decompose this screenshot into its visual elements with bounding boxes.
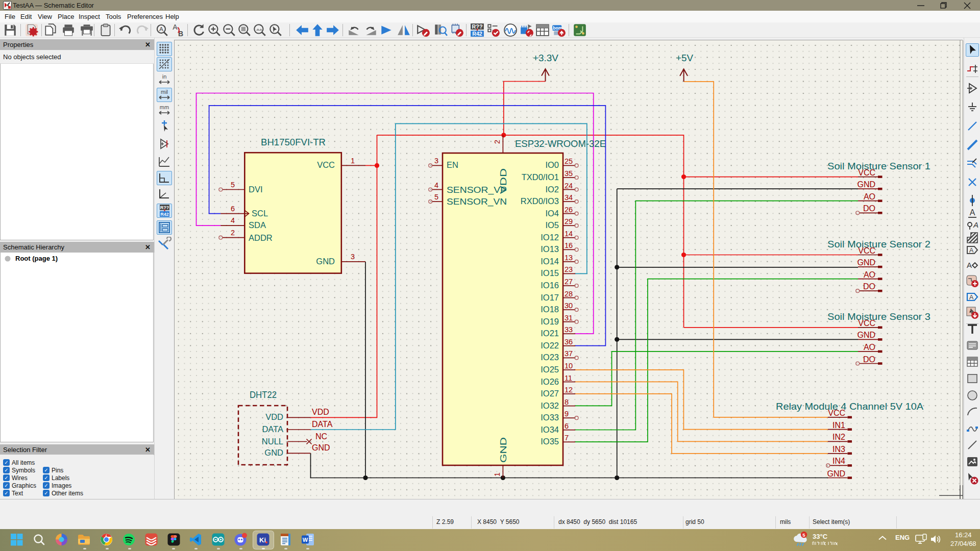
svg-text:12: 12 [565, 386, 573, 394]
svg-text:24: 24 [565, 182, 573, 190]
svg-text:SENSOR_VP: SENSOR_VP [447, 185, 507, 195]
svg-text:DVI: DVI [249, 185, 263, 194]
svg-text:5: 5 [802, 532, 805, 538]
svg-text:4: 4 [434, 181, 438, 189]
svg-text:GND: GND [857, 180, 875, 189]
svg-text:RXD0/IO3: RXD0/IO3 [521, 196, 559, 206]
svg-text:Ki: Ki [259, 536, 266, 544]
svg-text:EN: EN [447, 160, 458, 169]
svg-text:AO: AO [864, 343, 875, 352]
svg-text:IO2: IO2 [545, 185, 559, 194]
svg-text:A: A [969, 246, 974, 254]
svg-text:IN4: IN4 [832, 457, 845, 465]
svg-text:A: A [970, 208, 975, 217]
svg-text:DO: DO [863, 355, 875, 364]
svg-text:13: 13 [565, 254, 573, 262]
svg-text:GND: GND [857, 331, 875, 339]
svg-text:+5V: +5V [676, 53, 693, 63]
svg-text:VCC: VCC [317, 160, 335, 169]
svg-text:DHT22: DHT22 [250, 389, 277, 400]
svg-text:IO13: IO13 [541, 244, 559, 254]
svg-text:33: 33 [565, 325, 573, 334]
svg-text:IO4: IO4 [545, 209, 559, 218]
svg-text:25: 25 [565, 157, 573, 165]
svg-text:10: 10 [565, 362, 573, 370]
svg-text:DO: DO [863, 204, 875, 213]
svg-text:2: 2 [231, 229, 235, 237]
svg-text:mil: mil [161, 89, 168, 95]
svg-text:A: A [969, 293, 974, 301]
svg-text:IN3: IN3 [832, 445, 845, 454]
svg-text:16: 16 [565, 241, 573, 249]
svg-text:R42: R42 [160, 212, 169, 217]
svg-text:ADDR: ADDR [249, 233, 273, 242]
svg-text:IO26: IO26 [541, 377, 559, 386]
svg-text:DATA: DATA [312, 420, 333, 429]
svg-text:29: 29 [565, 217, 573, 226]
svg-text:BH1750FVI-TR: BH1750FVI-TR [261, 137, 326, 147]
svg-text:GND: GND [312, 443, 330, 452]
svg-text:SCL: SCL [252, 209, 268, 218]
svg-text:DATA: DATA [262, 424, 283, 434]
svg-text:36: 36 [565, 338, 573, 346]
svg-text:26: 26 [565, 206, 573, 214]
svg-text:NULL: NULL [262, 437, 283, 446]
svg-text:NC: NC [315, 432, 327, 441]
svg-text:R42: R42 [472, 31, 482, 37]
svg-text:VDD: VDD [499, 168, 508, 194]
svg-text:GND: GND [264, 448, 283, 457]
svg-text:SDA: SDA [249, 220, 266, 230]
svg-text:GND: GND [316, 257, 335, 266]
svg-text:AO: AO [864, 192, 875, 201]
svg-text:9: 9 [565, 410, 569, 418]
svg-text:GND: GND [827, 469, 845, 478]
svg-text:VDD: VDD [265, 412, 283, 421]
svg-text:3: 3 [351, 253, 355, 261]
svg-text:27: 27 [565, 278, 573, 286]
svg-text:1: 1 [493, 472, 501, 477]
svg-text:IO0: IO0 [545, 160, 559, 169]
svg-text:Soil Moisture Sensor 2: Soil Moisture Sensor 2 [827, 239, 930, 249]
svg-text:IO12: IO12 [541, 233, 559, 242]
svg-text:6: 6 [565, 422, 569, 430]
svg-text:A: A [967, 261, 972, 269]
svg-text:5: 5 [434, 193, 438, 201]
svg-text:1: 1 [351, 157, 355, 165]
svg-text:IN2: IN2 [832, 433, 845, 441]
svg-text:Relay Module 4 Channel 5V 10A: Relay Module 4 Channel 5V 10A [776, 402, 923, 412]
svg-text:IO23: IO23 [541, 353, 559, 362]
svg-text:IO18: IO18 [541, 305, 559, 314]
svg-text:A: A [173, 23, 178, 31]
svg-text:34: 34 [565, 193, 573, 202]
svg-text:SENSOR_VN: SENSOR_VN [447, 197, 507, 207]
svg-text:11: 11 [565, 374, 572, 382]
svg-text:4: 4 [231, 216, 235, 224]
svg-text:A: A [973, 220, 978, 229]
svg-text:VDD: VDD [312, 408, 329, 416]
svg-text:IO14: IO14 [541, 257, 559, 266]
svg-text:+3.3V: +3.3V [533, 53, 558, 63]
svg-text:AO: AO [864, 270, 875, 279]
svg-text:IO21: IO21 [541, 329, 559, 338]
svg-text:IO25: IO25 [541, 365, 559, 374]
svg-text:31: 31 [565, 314, 573, 322]
svg-text:Soil Moisture Sensor 1: Soil Moisture Sensor 1 [827, 161, 930, 171]
svg-text:5: 5 [231, 181, 235, 189]
svg-text:GND: GND [499, 437, 508, 463]
svg-text:W: W [303, 537, 308, 543]
svg-text:14: 14 [565, 230, 573, 238]
svg-text:IO17: IO17 [541, 293, 559, 302]
svg-text:IO22: IO22 [541, 341, 559, 350]
svg-text:IO32: IO32 [541, 401, 559, 410]
svg-text:ESP32-WROOM-32E: ESP32-WROOM-32E [515, 138, 606, 149]
svg-text:TXD0/IO1: TXD0/IO1 [522, 172, 559, 182]
svg-text:in: in [162, 73, 167, 80]
svg-text:IO15: IO15 [541, 268, 559, 278]
svg-text:37: 37 [565, 349, 573, 358]
svg-text:30: 30 [565, 302, 573, 310]
svg-text:Soil Moisture Sensor 3: Soil Moisture Sensor 3 [827, 312, 930, 322]
svg-text:35: 35 [565, 169, 573, 178]
svg-text:IO5: IO5 [545, 220, 559, 230]
svg-text:6: 6 [231, 205, 235, 213]
svg-text:mm: mm [160, 104, 169, 110]
